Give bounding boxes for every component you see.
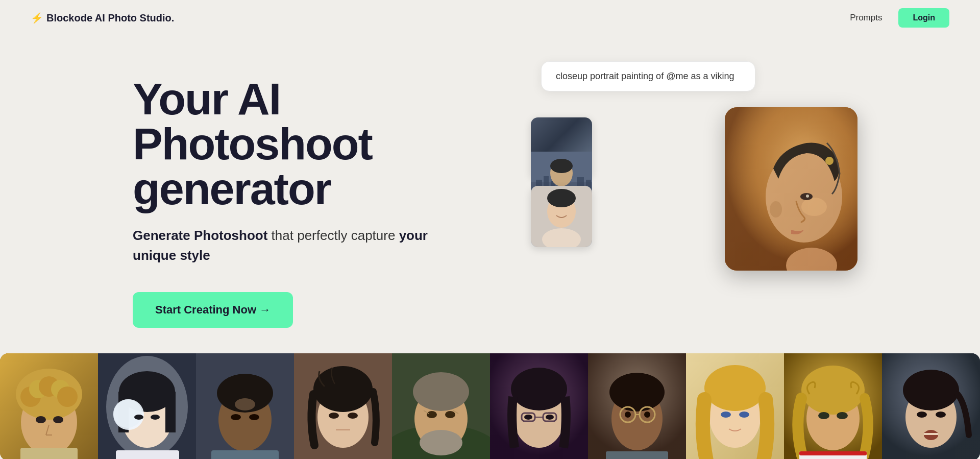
hero-title-line3: generator [133, 163, 331, 214]
nav-prompts-link[interactable]: Prompts [850, 13, 882, 23]
gallery-item [98, 353, 196, 459]
svg-point-108 [936, 412, 946, 418]
svg-point-57 [313, 366, 373, 412]
prompt-text: closeup portrait painting of @me as a vi… [556, 71, 734, 81]
svg-point-106 [903, 370, 959, 410]
svg-point-94 [739, 412, 749, 418]
svg-rect-5 [577, 177, 584, 179]
hero-left-content: Your AI Photoshoot generator Generate Ph… [133, 66, 449, 328]
header: ⚡ Blockode AI Photo Studio. Prompts Logi… [0, 0, 980, 36]
hero-subtitle: Generate Photoshoot that perfectly captu… [133, 226, 449, 265]
demo-images [510, 97, 868, 311]
svg-point-92 [704, 365, 766, 411]
svg-point-99 [818, 412, 829, 419]
svg-rect-51 [211, 450, 279, 459]
gallery-item [784, 353, 882, 459]
svg-point-47 [151, 415, 160, 420]
generated-viking-image [725, 107, 857, 271]
svg-point-54 [235, 398, 255, 410]
hero-demo-area: closeup portrait painting of @me as a vi… [510, 56, 868, 311]
logo-text: Blockode AI Photo Studio. [46, 12, 174, 24]
svg-point-98 [801, 366, 865, 415]
hero-section: Your AI Photoshoot generator Generate Ph… [0, 36, 980, 348]
hero-subtitle-plain: that perfectly capture [272, 228, 396, 243]
svg-point-73 [511, 368, 567, 410]
gallery-item [294, 353, 392, 459]
gallery-item [588, 353, 686, 459]
svg-point-100 [837, 412, 848, 419]
login-button[interactable]: Login [898, 8, 949, 28]
svg-point-53 [249, 414, 259, 420]
hero-subtitle-bold1: Generate Photoshoot [133, 228, 267, 243]
gallery-strip [0, 353, 980, 459]
gallery-item [686, 353, 784, 459]
svg-point-77 [524, 415, 532, 420]
svg-point-65 [420, 430, 462, 455]
hero-title-line2: Photoshoot [133, 118, 372, 169]
svg-point-58 [329, 413, 339, 419]
svg-point-82 [609, 373, 665, 412]
svg-point-52 [231, 414, 241, 420]
logo[interactable]: ⚡ Blockode AI Photo Studio. [31, 12, 174, 24]
prompt-bubble: closeup portrait painting of @me as a vi… [541, 61, 755, 91]
svg-rect-42 [165, 392, 176, 432]
gallery-item [882, 353, 980, 459]
svg-rect-22 [725, 107, 857, 271]
logo-bolt-icon: ⚡ [31, 12, 43, 24]
svg-point-93 [721, 412, 731, 418]
svg-point-87 [644, 412, 650, 418]
cta-button[interactable]: Start Creating Now → [133, 292, 293, 328]
svg-point-34 [53, 416, 63, 423]
source-photo-2 [531, 186, 592, 247]
svg-point-107 [917, 412, 927, 418]
svg-point-59 [348, 413, 358, 419]
svg-point-44 [113, 399, 142, 428]
hero-title-line1: Your AI [133, 74, 280, 124]
gallery-item [392, 353, 490, 459]
svg-rect-45 [116, 450, 179, 459]
gallery-item [490, 353, 588, 459]
svg-rect-102 [799, 451, 867, 455]
svg-point-78 [546, 415, 554, 420]
svg-rect-3 [544, 176, 549, 179]
svg-rect-32 [20, 448, 78, 459]
main-nav: Prompts Login [850, 8, 949, 28]
svg-point-66 [427, 411, 437, 418]
svg-point-86 [625, 412, 631, 418]
svg-point-33 [36, 416, 46, 423]
svg-point-46 [134, 415, 143, 420]
source-photo-1 [531, 117, 592, 179]
hero-title: Your AI Photoshoot generator [133, 77, 449, 211]
svg-point-11 [547, 189, 576, 207]
gallery-item [0, 353, 98, 459]
svg-point-8 [550, 159, 573, 173]
svg-point-64 [413, 372, 469, 411]
source-photos-group [531, 117, 592, 247]
svg-point-67 [445, 411, 455, 418]
gallery-item [196, 353, 294, 459]
svg-rect-88 [606, 451, 668, 459]
svg-point-31 [57, 386, 78, 407]
